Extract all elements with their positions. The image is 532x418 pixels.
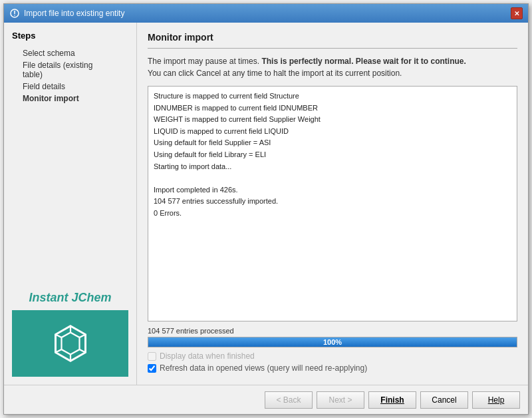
divider [148,48,517,49]
log-line: IDNUMBER is mapped to current field IDNU… [154,103,511,114]
log-line: Import completed in 426s. [154,184,511,196]
logo-hexagon-icon [51,323,90,363]
log-line: Using default for field Library = ELI [154,149,511,161]
display-data-row: Display data when finished [148,351,517,361]
back-button[interactable]: < Back [265,391,313,409]
content-area: Steps Select schema File details (existi… [4,23,528,385]
refresh-data-row: Refresh data in opened views (query will… [148,363,517,373]
info-line1-normal: The import may pause at times. [148,57,259,66]
refresh-data-checkbox[interactable] [148,364,156,373]
log-box: Structure is mapped to current field Str… [148,86,517,321]
info-line2: You can click Cancel at any time to halt… [148,69,402,78]
svg-marker-4 [61,333,79,355]
logo-text: Instant JChem [12,291,128,310]
steps-title: Steps [12,31,128,41]
svg-point-2 [14,15,15,16]
window-title: Import file into existing entity [24,9,124,18]
progress-bar-text: 100% [148,337,517,347]
step-4: Monitor import [23,93,128,104]
log-line: WEIGHT is mapped to current field Suppli… [154,114,511,126]
finish-button[interactable]: Finish [368,391,416,409]
sidebar: Steps Select schema File details (existi… [4,23,137,385]
log-line: 0 Errors. [154,208,511,220]
log-line: Starting to import data... [154,161,511,173]
title-bar: Import file into existing entity ✕ [4,4,528,23]
info-text: The import may pause at times. This is p… [148,55,517,79]
progress-bar: 100% [148,337,517,347]
step-3: Field details [23,81,128,93]
progress-area: 104 577 entries processed 100% Display d… [148,327,517,375]
log-line: 104 577 entries successfully imported. [154,196,511,208]
info-line1-bold: This is perfectly normal. Please wait fo… [261,57,466,66]
progress-label: 104 577 entries processed [148,327,517,335]
log-line: LIQUID is mapped to current field LIQUID [154,126,511,138]
display-data-label: Display data when finished [160,351,255,361]
step-2: File details (existingtable) [23,59,128,81]
sidebar-logo-area: Instant JChem [12,104,128,377]
log-line: Using default for field Supplier = ASI [154,137,511,149]
help-button[interactable]: Help [472,391,520,409]
next-button[interactable]: Next > [317,391,364,409]
step-1: Select schema [23,47,128,59]
window-icon [9,8,20,19]
close-button[interactable]: ✕ [511,7,523,19]
logo-graphic [12,310,128,377]
refresh-data-label: Refresh data in opened views (query will… [160,363,367,373]
log-line: Structure is mapped to current field Str… [154,91,511,103]
cancel-button[interactable]: Cancel [420,391,468,409]
button-bar: < Back Next > Finish Cancel Help [4,385,528,414]
steps-list: Select schema File details (existingtabl… [12,47,128,104]
display-data-checkbox[interactable] [148,352,156,361]
dialog: Import file into existing entity ✕ Steps… [3,3,529,415]
main-panel: Monitor import The import may pause at t… [137,23,528,385]
panel-title: Monitor import [148,32,517,43]
